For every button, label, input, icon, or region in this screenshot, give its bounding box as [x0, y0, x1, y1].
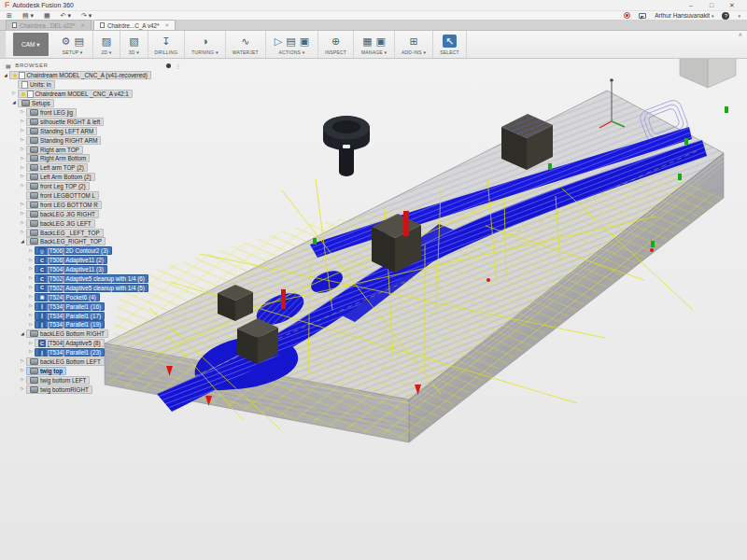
expand-arrow-icon[interactable] [27, 342, 35, 346]
expand-arrow-icon[interactable] [19, 147, 26, 152]
browser-row[interactable]: BackLEG _LEFT_TOP [19, 228, 185, 237]
expand-arrow-icon[interactable] [19, 166, 26, 171]
browser-row[interactable]: [T524] Pocket6 (4) [27, 292, 185, 301]
browser-row[interactable]: Setups [10, 99, 185, 108]
expand-arrow-icon[interactable] [19, 378, 26, 383]
expand-arrow-icon[interactable] [19, 221, 26, 226]
browser-row[interactable]: Standing RIGHT ARM [19, 135, 185, 145]
browser-row[interactable]: Standing LEFT ARM [19, 126, 185, 135]
expand-arrow-icon[interactable] [19, 203, 26, 207]
browser-row[interactable]: [T534] Parallel1 (17) [27, 311, 185, 320]
browser-row[interactable]: backLEG Bottom RIGHT [19, 329, 185, 339]
browser-row[interactable]: BackLEG_RIGHT_TOP [19, 237, 185, 246]
browser-row[interactable]: Left arm TOP (2) [19, 163, 185, 173]
close-tab-icon[interactable]: ✕ [165, 22, 170, 28]
browser-row[interactable]: backLEG JIG RIGHT [19, 209, 185, 218]
expand-arrow-icon[interactable] [19, 387, 26, 392]
expand-arrow-icon[interactable] [27, 314, 35, 318]
record-icon[interactable] [624, 12, 630, 19]
browser-row[interactable]: front Leg TOP (2) [19, 182, 185, 191]
expand-arrow-icon[interactable] [19, 157, 26, 161]
browser-row[interactable]: front LEGBOTTOM L [19, 191, 185, 201]
browser-row[interactable]: silhouette RIGHT & left [19, 117, 185, 126]
browser-row[interactable]: Right arm TOP [19, 145, 185, 154]
expand-arrow-icon[interactable] [27, 259, 35, 263]
toolbar-group[interactable]: ⚙▤ SETUP ▾ [53, 31, 93, 58]
setup-folder-icon[interactable]: ▤ [74, 35, 83, 48]
expand-arrow-icon[interactable] [27, 323, 35, 328]
collapse-toolbar-icon[interactable]: ∧ [739, 31, 742, 37]
expand-arrow-icon[interactable] [19, 184, 26, 189]
browser-row[interactable]: [T534] Parallel1 (16) [27, 301, 185, 311]
expand-arrow-icon[interactable] [27, 304, 35, 309]
browser-row[interactable]: backLEG JIG LEFT [19, 218, 185, 228]
setup-sheet-icon[interactable]: ▤ [286, 35, 295, 48]
expand-arrow-icon[interactable] [10, 91, 18, 96]
select-cursor-icon[interactable]: ↖ [443, 35, 457, 48]
browser-row[interactable]: [T504] Adaptive11 (3) [27, 265, 185, 274]
expand-arrow-icon[interactable] [2, 74, 9, 78]
expand-arrow-icon[interactable] [27, 286, 35, 290]
new-setup-icon[interactable]: ⚙ [62, 35, 71, 48]
expand-arrow-icon[interactable] [27, 295, 35, 300]
browser-row[interactable]: front LEG BOTTOM R [19, 200, 185, 209]
browser-row[interactable]: front LEG jig [19, 108, 185, 118]
expand-arrow-icon[interactable] [19, 212, 26, 217]
browser-row[interactable]: twig bottom LEFT [19, 375, 185, 385]
close-tab-icon[interactable]: ✕ [80, 22, 85, 28]
browser-row[interactable]: [T502] Adaptive5 cleanup with 1/4 (6) [27, 274, 185, 284]
browser-row[interactable]: [T506] Adaptive11 (2) [27, 256, 185, 265]
view-cube[interactable] [680, 59, 736, 88]
toolbar-group[interactable]: ⊞ ADD-INS ▾ [395, 31, 433, 58]
window-control-icon[interactable]: – [681, 2, 701, 9]
window-control-icon[interactable]: ✕ [722, 2, 742, 9]
browser-row[interactable]: Right Arm Bottom [19, 154, 185, 163]
2d-strategies-icon[interactable]: ▨ [102, 35, 111, 48]
tool-library-icon[interactable]: ▦ [362, 35, 372, 48]
expand-arrow-icon[interactable] [10, 101, 18, 105]
expand-arrow-icon[interactable] [19, 359, 26, 364]
help-icon[interactable]: ? [722, 12, 729, 20]
toolbar-group[interactable]: ↧ DRILLING [148, 31, 186, 58]
browser-row[interactable]: twig top [19, 367, 185, 376]
quick-access-icon[interactable]: ↷ ▾ [81, 12, 92, 19]
simulate-icon[interactable]: ▷ [275, 35, 282, 48]
comments-icon[interactable] [639, 13, 646, 19]
toolbar-group[interactable]: ⊕ INSPECT [318, 31, 354, 58]
add-ins-icon[interactable]: ⊞ [409, 35, 417, 48]
browser-row[interactable]: Chairdream MODEL _CNC_A v42:1 [10, 90, 185, 99]
quick-access-icon[interactable]: ▤ ▾ [22, 12, 34, 19]
browser-row[interactable]: twig bottomRIGHT [19, 385, 185, 394]
expand-arrow-icon[interactable] [27, 267, 35, 272]
expand-arrow-icon[interactable] [27, 276, 35, 281]
expand-arrow-icon[interactable] [19, 332, 26, 337]
expand-arrow-icon[interactable] [19, 175, 26, 179]
user-menu[interactable]: Arthur Hansuvanakit ▾ [655, 12, 713, 19]
expand-arrow-icon[interactable] [19, 240, 26, 245]
display-settings-icon[interactable] [166, 63, 171, 68]
browser-row[interactable]: backLEG Bottom LEFT [19, 357, 185, 367]
expand-arrow-icon[interactable] [19, 138, 26, 143]
toolbar-group[interactable]: ▷▤▣ ACTIONS ▾ [266, 31, 318, 58]
browser-row[interactable]: Left Arm Bottom (2) [19, 173, 185, 182]
waterjet-icon[interactable]: ∿ [241, 35, 249, 48]
dock-panel-icon[interactable]: ▤ [6, 63, 11, 69]
browser-row[interactable]: [T506] 2D Contour2 (3) [27, 246, 185, 256]
browser-row[interactable]: Units: in [10, 80, 185, 90]
more-options-icon[interactable]: ⋮ [175, 63, 181, 69]
3d-strategies-icon[interactable]: ▧ [129, 35, 138, 48]
expand-arrow-icon[interactable] [27, 249, 35, 254]
inspect-icon[interactable]: ⊕ [331, 35, 340, 48]
toolbar-group[interactable]: ◑ TURNING ▾ [185, 31, 225, 58]
toolbar-group[interactable]: ▨ 2D ▾ [93, 31, 120, 58]
toolbar-group[interactable]: ↖ SELECT [433, 31, 467, 58]
quick-access-icon[interactable]: ▦ [44, 12, 50, 19]
quick-access-icon[interactable]: ↶ ▾ [61, 12, 71, 19]
viewport[interactable]: ▤ BROWSER ⋮ Chairdream MODEL _CNC_A (v41… [0, 59, 747, 560]
document-tab[interactable]: Chairdrea...DEL v22* ✕ [6, 20, 92, 30]
window-control-icon[interactable]: □ [701, 2, 722, 9]
task-manager-icon[interactable]: ▣ [376, 35, 386, 48]
expand-arrow-icon[interactable] [19, 110, 26, 115]
expand-arrow-icon[interactable] [19, 129, 26, 133]
browser-row[interactable]: [T534] Parallel1 (19) [27, 320, 185, 329]
